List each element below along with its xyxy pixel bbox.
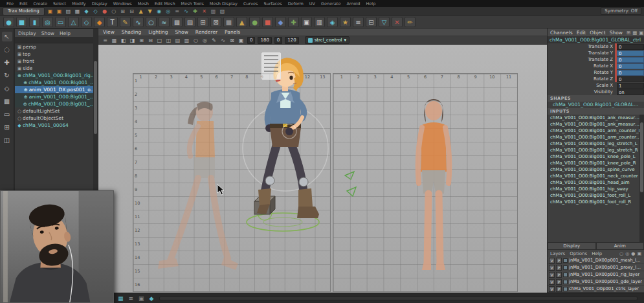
channel-box-menu-item[interactable]: Channels (550, 30, 573, 36)
status-icon[interactable]: ∿ (183, 8, 190, 15)
shelf-tool-icon[interactable]: ■ (223, 17, 234, 27)
tool-icon[interactable]: ◌ (2, 45, 12, 54)
outliner-item[interactable]: ⊕ chMa_V001_O00:Blg001_rig_grp (15, 72, 98, 79)
outliner-menu-item[interactable]: Display (18, 30, 36, 36)
range-start-field[interactable]: 0 (247, 37, 255, 44)
status-icon[interactable]: ▣ (47, 8, 54, 15)
playback-start-field[interactable]: 0 (274, 37, 282, 44)
menubar-item[interactable]: Select (53, 1, 66, 6)
outliner-item[interactable]: ▣ top (15, 50, 98, 58)
layer-color-swatch[interactable] (563, 258, 568, 263)
status-icon[interactable]: ▥ (210, 8, 217, 15)
viewport-toolbar-icon[interactable]: □ (155, 38, 164, 43)
input-node-item[interactable]: chMa_V001_O00:Blg001_knee_pole_R (548, 160, 644, 166)
outliner-item[interactable]: ◆ chMa_V001_00064 (15, 122, 98, 129)
input-node-item[interactable]: chMa_V001_O00:Blg001_leg_stretch_L (548, 140, 644, 147)
shelf-tool-icon[interactable]: ◈ (327, 17, 338, 27)
viewport-toolbar-icon[interactable]: ▣ (237, 38, 245, 43)
shelf-tool-icon[interactable]: ⊞ (197, 17, 208, 27)
layer-playback-toggle[interactable]: P (556, 265, 562, 271)
layer-color-swatch[interactable] (563, 265, 568, 270)
channel-value-field[interactable]: 0 (617, 50, 644, 56)
menu-set-selector[interactable]: Trax Modeling (3, 7, 45, 16)
panel-header-icon[interactable]: ⊞ (627, 30, 630, 36)
status-icon[interactable]: ▼ (146, 8, 154, 15)
layer-visibility-toggle[interactable]: V (549, 265, 555, 271)
shelf-tool-icon[interactable]: ◆ (94, 17, 105, 27)
shelf-tool-icon[interactable]: ≈ (159, 17, 170, 27)
tool-icon[interactable]: ✚ (2, 58, 12, 67)
shelf-tool-icon[interactable]: ◎ (42, 17, 53, 27)
tool-icon[interactable]: ⊞ (2, 122, 12, 132)
viewport-toolbar-icon[interactable]: ▤ (173, 38, 182, 43)
shelf-tool-icon[interactable]: ○ (146, 17, 157, 27)
menubar-item[interactable]: Surfaces (264, 1, 282, 6)
status-icon[interactable]: ⊟ (128, 8, 136, 15)
shelf-tool-icon[interactable]: T (107, 17, 118, 27)
menubar-item[interactable]: Edit Mesh (155, 1, 175, 6)
tool-icon[interactable]: ▭ (2, 109, 12, 119)
channel-value-field[interactable]: 0 (617, 76, 644, 82)
viewport-menu-item[interactable]: Shading (122, 29, 141, 35)
shelf-tool-icon[interactable]: △ (68, 17, 79, 27)
layer-menu-item[interactable]: Help (592, 251, 602, 256)
layer-name[interactable]: jnMa_V001_DX00p001_proxy_layer (569, 265, 643, 270)
status-icon[interactable]: ◆ (83, 8, 91, 15)
shelf-tool-icon[interactable]: ■ (16, 17, 27, 27)
viewport-toolbar-icon[interactable]: ◧ (119, 38, 128, 43)
menubar-item[interactable]: Mesh Tools (181, 1, 204, 6)
playback-end-field[interactable]: 120 (285, 37, 298, 44)
menubar-item[interactable]: Generate (321, 1, 340, 6)
shelf-tool-icon[interactable]: ▲ (236, 17, 247, 27)
channel-label[interactable]: Translate Z (548, 57, 615, 62)
viewport-menu-item[interactable]: Renderer (195, 29, 217, 35)
channel-label[interactable]: Translate X (548, 44, 615, 49)
status-icon[interactable]: ◉ (155, 8, 163, 15)
layer-playback-toggle[interactable]: P (556, 286, 562, 292)
range-end-field[interactable]: 180 (258, 37, 271, 44)
symmetry-selector[interactable]: Symmetry: Off (601, 7, 641, 15)
input-node-item[interactable]: chMa_V001_O00:Blg001_arm_counter_L (548, 128, 644, 134)
range-slider-track[interactable] (159, 297, 638, 300)
shelf-tool-icon[interactable]: ⊟ (366, 17, 377, 27)
input-node-item[interactable]: chMa_V001_O00:Blg001_ank_measure_R (548, 121, 644, 128)
menubar-item[interactable]: Deform (288, 1, 304, 6)
shelf-tool-icon[interactable]: ▭ (55, 17, 66, 27)
menubar-item[interactable]: Arnold (346, 1, 360, 6)
shelf-tool-icon[interactable]: ▦ (172, 17, 183, 27)
channel-box-menu-item[interactable]: Edit (577, 30, 586, 36)
layer-name[interactable]: jnMa_V001_DX00p001_gde_layer (569, 279, 642, 284)
channel-label[interactable]: Translate Y (548, 50, 615, 56)
channel-box-scrollbar[interactable] (639, 115, 644, 242)
bottom-bar-icon[interactable]: ◆ (150, 295, 154, 302)
shelf-tool-icon[interactable]: ◇ (81, 17, 92, 27)
panel-header-icon[interactable]: ▦ (632, 30, 637, 36)
status-icon[interactable]: ◇ (92, 8, 100, 15)
viewport-menu-item[interactable]: Show (175, 29, 188, 35)
viewport-toolbar-icon[interactable]: ◎ (201, 38, 209, 43)
layer-visibility-toggle[interactable]: V (549, 258, 555, 264)
menubar-item[interactable]: Create (33, 1, 47, 6)
menubar-item[interactable]: Mesh (138, 1, 149, 6)
shelf-tool-icon[interactable]: ◆ (275, 17, 286, 27)
tool-icon[interactable]: ▦ (2, 96, 12, 106)
input-node-item[interactable]: chMa_V001_O00:Blg001_head_aim (548, 179, 644, 186)
input-node-item[interactable]: chMa_V001_O00:Blg001_knee_pole_L (548, 153, 644, 160)
viewport-menu-item[interactable]: View (103, 29, 115, 35)
tool-icon[interactable]: ◫ (2, 135, 12, 145)
layer-visibility-toggle[interactable]: V (549, 279, 555, 285)
status-icon[interactable]: ▧ (219, 8, 227, 15)
shelf-tool-icon[interactable]: ▥ (314, 17, 325, 27)
shelf-tool-icon[interactable]: ≡ (353, 17, 364, 27)
shelf-tool-icon[interactable]: ▤ (184, 17, 195, 27)
bottom-bar-icon[interactable]: ▣ (139, 295, 144, 302)
layer-name[interactable]: jnMa_V001_DX00p001_rig_layer (569, 272, 639, 277)
status-icon[interactable]: ▦ (74, 8, 82, 15)
layer-name[interactable]: chMa_V001_O0p001_ctrls_layer (569, 286, 639, 291)
input-node-item[interactable]: chMa_V001_O00:Blg001_arm_counter_R (548, 134, 644, 140)
status-icon[interactable]: ✕ (201, 8, 208, 15)
tool-icon[interactable]: ↖ (2, 32, 12, 41)
shelf-tool-icon[interactable]: ▮ (29, 17, 40, 27)
outliner-menu-item[interactable]: Help (60, 30, 71, 36)
outliner-menu-item[interactable]: Show (41, 30, 54, 36)
